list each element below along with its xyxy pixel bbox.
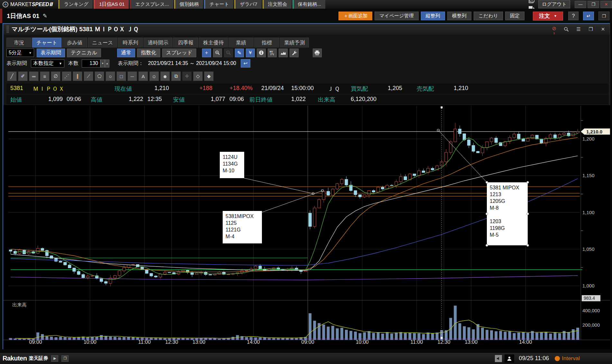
workspace-button-5[interactable]: 固定: [505, 12, 524, 20]
time-axis-label: 13:00: [465, 339, 478, 345]
print-button[interactable]: [313, 49, 322, 57]
link-icon[interactable]: ⊘1: [549, 25, 559, 33]
window-restore-icon[interactable]: ❐: [586, 25, 596, 33]
period-mode-select[interactable]: 本数指定▼: [31, 59, 64, 68]
top-tab-5[interactable]: ザラバ7: [234, 0, 261, 9]
top-tab-7[interactable]: 保有銘柄...: [292, 0, 326, 9]
bar-count-input[interactable]: 130: [82, 59, 100, 68]
normal-mode-button[interactable]: 通常: [117, 49, 135, 57]
area-chart-button[interactable]: [279, 49, 288, 57]
expand-panel-icon[interactable]: ▶: [51, 355, 58, 362]
top-tab-4[interactable]: チャート: [204, 0, 233, 9]
top-tab-0[interactable]: ランキング: [58, 0, 93, 9]
parallel-lines-tool[interactable]: ═: [29, 71, 39, 81]
workspace-button-4[interactable]: こだわり: [474, 12, 503, 20]
tab-業績予測[interactable]: 業績予測: [280, 38, 309, 48]
user-icon[interactable]: [505, 354, 514, 363]
interval-select[interactable]: 5分足▼: [6, 49, 34, 57]
draw-pencil-button[interactable]: ✎: [235, 49, 244, 57]
tab-指標[interactable]: 指標: [254, 38, 279, 48]
minimize-button[interactable]: —: [575, 1, 586, 8]
tab-適時開示[interactable]: 適時開示: [144, 38, 172, 48]
restore-button[interactable]: ❐: [588, 1, 599, 8]
close-button[interactable]: ✕: [600, 1, 612, 8]
icon-stamp2-tool[interactable]: ☻: [160, 71, 170, 81]
ruler-tool[interactable]: ✐: [18, 71, 28, 81]
trend-line-tool[interactable]: ╱: [7, 71, 17, 81]
fan-lines-tool[interactable]: ⋰: [62, 71, 71, 81]
horizontal-line-tool[interactable]: ─: [127, 71, 137, 81]
info-button[interactable]: [257, 49, 266, 57]
top-tab-3[interactable]: 個別銘柄: [174, 0, 203, 9]
eraser-tool[interactable]: ◇: [193, 71, 203, 81]
reset-period-button[interactable]: ↩: [241, 59, 250, 68]
count-up-button[interactable]: ▲: [105, 59, 109, 68]
logout-button[interactable]: ログアウト: [538, 0, 570, 8]
search-icon[interactable]: [561, 25, 571, 33]
marketspeed-app: ılı MARKETSPEEDⅡ ランキング1日信AS 01エクスプレス...個…: [0, 0, 612, 364]
fibonacci-arc-tool[interactable]: ∅: [51, 71, 60, 81]
speaker-icon[interactable]: [495, 355, 502, 362]
tab-チャート[interactable]: チャート: [32, 38, 61, 48]
zoom-in-button[interactable]: [213, 49, 222, 57]
volume-axis-label: 200,000: [582, 322, 600, 328]
tab-市況[interactable]: 市況: [6, 38, 32, 48]
tab-業績[interactable]: 業績: [228, 38, 254, 48]
edit-pencil-icon[interactable]: ✎: [42, 13, 47, 19]
ellipse-tool[interactable]: ○: [106, 71, 115, 81]
low-price: 1,077: [198, 96, 225, 103]
eraser-all-tool[interactable]: ◆: [204, 71, 214, 81]
tab-株主優待[interactable]: 株主優待: [199, 38, 228, 48]
rectangle-tool[interactable]: □: [116, 71, 126, 81]
logo-text-prefix: MARKET: [10, 2, 32, 7]
yen-button[interactable]: ￥: [246, 49, 255, 57]
volume-label: 出来高: [318, 96, 335, 104]
workspace-button-3[interactable]: 横整列: [447, 12, 471, 20]
icon-stamp-tool[interactable]: ☺: [149, 71, 159, 81]
zoom-out-button[interactable]: [224, 49, 233, 57]
order-button[interactable]: 注文▼: [533, 12, 563, 21]
vertical-grid-tool[interactable]: ∥: [73, 71, 82, 81]
window-menu-icon[interactable]: ☰: [574, 25, 583, 33]
spread-mode-button[interactable]: スプレッド: [162, 49, 196, 57]
rakuten-logo-jp: 楽天証券: [29, 355, 48, 361]
count-down-button[interactable]: ▼: [100, 59, 105, 68]
ray-lines-tool[interactable]: ⟋: [84, 71, 93, 81]
tab-四季報[interactable]: 四季報: [173, 38, 198, 48]
callout-text: 1198G: [490, 225, 505, 231]
jump-arrow-button[interactable]: ↵: [583, 12, 594, 20]
candlestick-chart[interactable]: 09:0010:0011:0012:3013:0014:0009:0010:00…: [3, 105, 610, 350]
hand-tool[interactable]: ✛: [182, 71, 192, 81]
chart-area[interactable]: 09:0010:0011:0012:3013:0014:0009:0010:00…: [3, 105, 610, 350]
drag-grip-icon[interactable]: [6, 26, 9, 33]
window-close-icon[interactable]: ✕: [598, 25, 608, 33]
tab-歩み値[interactable]: 歩み値: [62, 38, 87, 48]
workspace-button-2[interactable]: 縦整列: [421, 12, 445, 20]
copy-object-tool[interactable]: ⧉: [171, 71, 181, 81]
top-tab-6[interactable]: 注文照会: [263, 0, 292, 9]
callout-text: 1124U: [223, 154, 237, 160]
my-chart-button[interactable]: MY: [268, 49, 277, 57]
tile-windows-button[interactable]: ❐: [598, 12, 609, 20]
mini-window-icon[interactable]: ❐: [61, 355, 69, 362]
text-tool[interactable]: A: [138, 71, 148, 81]
wrench-button[interactable]: [290, 49, 299, 57]
multi-lines-tool[interactable]: ≡: [40, 71, 50, 81]
workspace-button-0[interactable]: ＋画面追加: [338, 12, 372, 20]
tab-時系列[interactable]: 時系列: [118, 38, 143, 48]
technical-button[interactable]: テクニカル: [67, 49, 101, 57]
workspace-button-1[interactable]: マイページ管理: [375, 12, 418, 20]
help-button[interactable]: ?: [568, 12, 579, 20]
tab-ニュース[interactable]: ニュース: [88, 38, 117, 48]
callout-text: 1121G: [226, 227, 241, 232]
top-tab-2[interactable]: エクスプレス...: [130, 0, 173, 9]
display-period-button[interactable]: 表示期間: [37, 49, 65, 57]
crosshair-button[interactable]: ＋: [202, 49, 211, 57]
pentagon-tool[interactable]: ⬠: [95, 71, 104, 81]
price-axis-label: 1,000: [582, 283, 595, 288]
selection-handle: [486, 181, 488, 184]
indexed-mode-button[interactable]: 指数化: [137, 49, 160, 57]
top-tab-1[interactable]: 1日信AS 01: [94, 0, 129, 9]
window-titlebar[interactable]: マルチツール(個別銘柄) 5381 ＭＩＰＯＸ ＪＱ ⊘1 ☰ ❐ ✕: [3, 24, 610, 35]
add-window-icon[interactable]: [527, 0, 536, 5]
